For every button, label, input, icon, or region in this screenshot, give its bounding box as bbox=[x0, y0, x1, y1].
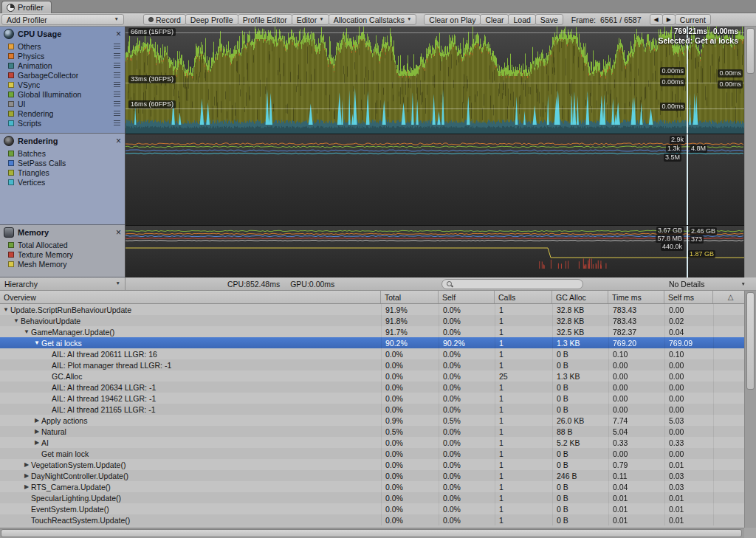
table-row[interactable]: ▼BehaviourUpdate91.8%0.0%132.8 KB783.430… bbox=[0, 315, 744, 326]
table-row[interactable]: AIL: AI thread 20611 LLGR: 160.0%0.0%10 … bbox=[0, 348, 744, 359]
table-row[interactable]: GC.Alloc0.0%0.0%251.3 KB0.000.00 bbox=[0, 370, 744, 382]
fold-arrow-icon[interactable]: ▼ bbox=[12, 315, 21, 326]
module-header-cpu[interactable]: CPU Usage× bbox=[0, 27, 125, 41]
memory-chart[interactable]: 3.67 GB57.8 MB440.0k2.46 GB3731.87 GB bbox=[126, 225, 744, 277]
module-header-rendering[interactable]: Rendering× bbox=[0, 134, 125, 148]
record-button[interactable]: Record bbox=[143, 14, 186, 25]
table-row[interactable]: ▼GameManager.Update()91.7%0.0%132.5 KB78… bbox=[0, 326, 744, 337]
horizontal-scrollbar[interactable] bbox=[0, 528, 744, 538]
drag-handle-icon[interactable] bbox=[114, 120, 120, 125]
drag-handle-icon[interactable] bbox=[114, 53, 120, 58]
load-button[interactable]: Load bbox=[508, 14, 535, 25]
horizontal-scrollbar-thumb[interactable] bbox=[1, 529, 742, 537]
column-header-self-ms[interactable]: Self ms bbox=[664, 291, 713, 303]
table-row[interactable]: ▶DayNightController.Update()0.0%0.0%1246… bbox=[0, 470, 744, 481]
next-frame-button[interactable]: ▶ bbox=[662, 14, 676, 25]
legend-item-texture-memory[interactable]: Texture Memory bbox=[0, 249, 125, 259]
editor-dropdown[interactable]: Editor ▼ bbox=[292, 14, 329, 25]
prev-frame-button[interactable]: ◀ bbox=[650, 14, 663, 25]
memory-overlay-value: 1.87 GB bbox=[688, 250, 715, 258]
clear-on-play-button[interactable]: Clear on Play bbox=[424, 14, 481, 25]
module-header-memory[interactable]: Memory× bbox=[0, 225, 125, 240]
legend-item-setpass-calls[interactable]: SetPass Calls bbox=[0, 158, 125, 168]
column-header-gc-alloc[interactable]: GC Alloc bbox=[552, 291, 608, 303]
legend-item-triangles[interactable]: Triangles bbox=[0, 168, 125, 177]
table-row[interactable]: ▶Natural0.5%0.0%188 B5.040.00 bbox=[0, 426, 744, 437]
column-header-calls[interactable]: Calls bbox=[495, 291, 552, 303]
column-header-overview[interactable]: Overview bbox=[0, 291, 381, 303]
table-row[interactable]: ▶AI0.0%0.0%15.2 KB0.330.33 bbox=[0, 437, 744, 448]
fold-arrow-icon[interactable]: ▶ bbox=[32, 415, 41, 426]
hierarchy-view-dropdown[interactable]: Hierarchy ▼ bbox=[0, 277, 126, 290]
fold-arrow-icon[interactable]: ▶ bbox=[32, 437, 41, 448]
tab-profiler[interactable]: Profiler bbox=[1, 1, 52, 13]
drag-handle-icon[interactable] bbox=[114, 72, 120, 77]
clear-button[interactable]: Clear bbox=[480, 14, 509, 25]
charts-scrollbar-thumb[interactable] bbox=[746, 28, 755, 74]
legend-item-animation[interactable]: Animation bbox=[0, 61, 125, 70]
fold-arrow-icon[interactable]: ▶ bbox=[22, 470, 31, 481]
table-row[interactable]: AIL: AI thread 20634 LLGR: -10.0%0.0%10 … bbox=[0, 382, 744, 393]
legend-item-rendering[interactable]: Rendering bbox=[0, 108, 125, 118]
table-row[interactable]: ▼Update.ScriptRunBehaviourUpdate91.9%0.0… bbox=[0, 304, 744, 315]
drag-handle-icon[interactable] bbox=[114, 111, 120, 116]
rendering-chart[interactable]: 2.9k1.3k4.8M3.5M bbox=[126, 134, 744, 225]
details-mode-dropdown[interactable]: No Details ▼ bbox=[669, 277, 746, 291]
table-row[interactable]: ▶Apply actions0.9%0.5%126.0 KB7.745.03 bbox=[0, 415, 744, 426]
table-row[interactable]: Get main lock0.0%0.0%10 B0.000.00 bbox=[0, 448, 744, 459]
drag-handle-icon[interactable] bbox=[114, 101, 120, 106]
column-header-warnings[interactable]: △ bbox=[713, 291, 744, 303]
drag-handle-icon[interactable] bbox=[114, 44, 120, 49]
cpu-usage-chart[interactable]: 66ms (15FPS) 33ms (30FPS) 16ms (60FPS) 7… bbox=[126, 27, 744, 134]
close-module-icon[interactable]: × bbox=[116, 30, 121, 38]
legend-item-global-illumination[interactable]: Global Illumination bbox=[0, 89, 125, 99]
search-input[interactable] bbox=[456, 280, 578, 289]
legend-item-vsync[interactable]: VSync bbox=[0, 80, 125, 89]
table-row[interactable]: ▼Get ai locks90.2%90.2%11.3 KB769.20769.… bbox=[0, 337, 744, 348]
fold-arrow-icon[interactable]: ▶ bbox=[22, 481, 31, 492]
table-row[interactable]: AIL: AI thread 21165 LLGR: -10.0%0.0%10 … bbox=[0, 404, 744, 415]
drag-handle-icon[interactable] bbox=[114, 92, 120, 97]
table-row[interactable]: EventSystem.Update()0.0%0.0%10 B0.010.01 bbox=[0, 503, 744, 514]
fold-arrow-icon[interactable]: ▼ bbox=[32, 337, 41, 348]
rendering-chart-canvas[interactable] bbox=[126, 134, 744, 225]
deep-profile-button[interactable]: Deep Profile bbox=[185, 14, 238, 25]
legend-item-total-allocated[interactable]: Total Allocated bbox=[0, 240, 125, 249]
fold-arrow-icon[interactable]: ▼ bbox=[1, 304, 10, 315]
legend-item-batches[interactable]: Batches bbox=[0, 148, 125, 158]
close-module-icon[interactable]: × bbox=[116, 228, 121, 237]
column-header-self[interactable]: Self bbox=[439, 291, 495, 303]
drag-handle-icon[interactable] bbox=[114, 82, 120, 87]
drag-handle-icon[interactable] bbox=[114, 63, 120, 68]
current-frame-button[interactable]: Current bbox=[675, 14, 711, 25]
charts-scrollbar[interactable] bbox=[744, 27, 756, 277]
legend-item-scripts[interactable]: Scripts bbox=[0, 118, 125, 128]
table-row[interactable]: AIL: Plot manager thread LLGR: -10.0%0.0… bbox=[0, 359, 744, 370]
table-row[interactable]: ▶VegetationSystem.Update()0.0%0.0%10 B0.… bbox=[0, 459, 744, 470]
table-row[interactable]: SpecularLighting.Update()0.0%0.0%10 B0.0… bbox=[0, 492, 744, 503]
legend-item-vertices[interactable]: Vertices bbox=[0, 177, 125, 187]
legend-item-garbagecollector[interactable]: GarbageCollector bbox=[0, 70, 125, 80]
profile-editor-button[interactable]: Profile Editor bbox=[238, 14, 292, 25]
table-row[interactable]: TouchReactSystem.Update()0.0%0.0%10 B0.0… bbox=[0, 514, 744, 525]
table-row[interactable]: AIL: AI thread 19462 LLGR: -10.0%0.0%10 … bbox=[0, 393, 744, 404]
add-profiler-dropdown[interactable]: Add Profiler ▼ bbox=[1, 14, 124, 25]
column-header-time-ms[interactable]: Time ms bbox=[608, 291, 664, 303]
memory-chart-canvas[interactable] bbox=[126, 226, 744, 277]
close-module-icon[interactable]: × bbox=[116, 137, 121, 145]
legend-item-others[interactable]: Others bbox=[0, 41, 125, 51]
fold-arrow-icon[interactable]: ▶ bbox=[32, 426, 41, 437]
table-scrollbar-thumb[interactable] bbox=[746, 292, 755, 390]
cpu-chart-canvas[interactable] bbox=[126, 27, 744, 134]
legend-item-ui[interactable]: UI bbox=[0, 99, 125, 108]
column-header-total[interactable]: Total bbox=[381, 291, 439, 303]
table-row[interactable]: ▶RTS_Camera.Update()0.0%0.0%10 B0.040.03 bbox=[0, 481, 744, 492]
allocation-callstacks-dropdown[interactable]: Allocation Callstacks ▼ bbox=[329, 14, 417, 25]
fold-arrow-icon[interactable]: ▼ bbox=[22, 326, 31, 337]
table-scrollbar[interactable] bbox=[744, 291, 756, 528]
legend-item-mesh-memory[interactable]: Mesh Memory bbox=[0, 259, 125, 269]
fold-arrow-icon[interactable]: ▶ bbox=[22, 459, 31, 470]
legend-item-physics[interactable]: Physics bbox=[0, 51, 125, 61]
search-box[interactable] bbox=[441, 279, 583, 289]
save-button[interactable]: Save bbox=[535, 14, 563, 25]
